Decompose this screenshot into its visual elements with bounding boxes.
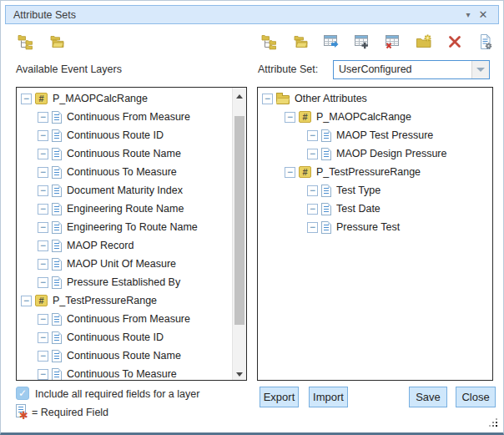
tree-node-p-testpressurerange[interactable]: −#P_TestPressureRange bbox=[17, 291, 232, 310]
open-folder-icon[interactable] bbox=[290, 32, 310, 52]
remove-table-icon[interactable] bbox=[383, 32, 402, 52]
collapse-toggle[interactable]: − bbox=[38, 240, 48, 251]
tree-node-maop-design-pressure[interactable]: −MAOP Design Pressure bbox=[258, 144, 492, 163]
tree-node-test-type[interactable]: −Test Type bbox=[258, 181, 492, 200]
tree-node-continuous-from-measure[interactable]: −Continuous From Measure bbox=[17, 108, 232, 126]
collapse-toggle[interactable]: − bbox=[38, 185, 48, 196]
include-required-fields-checkbox[interactable]: ✓ bbox=[16, 387, 29, 400]
tree-node-continuous-route-id[interactable]: −Continuous Route ID bbox=[17, 126, 232, 144]
collapse-toggle[interactable]: − bbox=[38, 222, 48, 233]
collapse-toggle[interactable]: − bbox=[38, 167, 48, 178]
required-asterisk-icon: ✱ bbox=[19, 409, 28, 422]
tree-node-label: Continuous From Measure bbox=[67, 313, 190, 325]
collapse-toggle[interactable]: − bbox=[21, 94, 32, 104]
tree-node-continuous-route-id[interactable]: −Continuous Route ID bbox=[17, 328, 232, 346]
scroll-up-icon[interactable] bbox=[233, 88, 246, 100]
expand-layers-icon[interactable] bbox=[16, 32, 35, 52]
scroll-down-icon[interactable] bbox=[233, 367, 246, 380]
tree-node-document-maturity-index[interactable]: −Document Maturity Index bbox=[17, 181, 232, 200]
tree-node-label: Test Date bbox=[336, 203, 381, 215]
save-button[interactable]: Save bbox=[409, 387, 447, 407]
tree-node-label: Continuous Route ID bbox=[67, 129, 164, 141]
resize-grip[interactable] bbox=[489, 418, 499, 428]
field-icon bbox=[52, 221, 62, 234]
field-icon bbox=[52, 313, 62, 326]
collapse-toggle[interactable]: − bbox=[307, 149, 318, 159]
tree-node-continuous-from-measure[interactable]: −Continuous From Measure bbox=[17, 310, 232, 328]
tree-node-label: Continuous To Measure bbox=[67, 166, 177, 178]
collapse-toggle[interactable]: − bbox=[38, 332, 48, 343]
layer-icon: # bbox=[299, 111, 311, 123]
tree-node-label: Pressure Established By bbox=[67, 276, 180, 288]
tree-node-engineering-to-route-name[interactable]: −Engineering To Route Name bbox=[17, 218, 232, 236]
collapse-toggle[interactable]: − bbox=[307, 222, 318, 233]
field-icon bbox=[321, 148, 331, 160]
field-icon bbox=[52, 185, 62, 197]
field-icon bbox=[52, 148, 62, 160]
field-icon bbox=[321, 129, 331, 142]
collapse-toggle[interactable]: − bbox=[262, 94, 273, 104]
report-settings-icon[interactable] bbox=[476, 32, 495, 52]
attribute-set-dropdown[interactable]: UserConfigured bbox=[333, 60, 490, 79]
delete-icon[interactable] bbox=[445, 32, 464, 52]
collapse-toggle[interactable]: − bbox=[38, 277, 48, 288]
attribute-sets-dialog: Attribute Sets ▾ ✕ bbox=[0, 0, 504, 435]
include-required-fields-label: Include all required fields for a layer bbox=[35, 388, 199, 400]
tree-node-test-date[interactable]: −Test Date bbox=[258, 200, 492, 218]
tree-node-pressure-established-by[interactable]: −Pressure Established By bbox=[17, 273, 232, 291]
tree-node-continuous-to-measure[interactable]: −Continuous To Measure bbox=[17, 365, 232, 381]
import-button[interactable]: Import bbox=[309, 387, 348, 407]
tree-node-maop-unit-of-measure[interactable]: −MAOP Unit Of Measure bbox=[17, 255, 232, 273]
tree-node-label: P_MAOPCalcRange bbox=[316, 111, 411, 123]
collapse-toggle[interactable]: − bbox=[38, 369, 48, 380]
tree-node-continuous-route-name[interactable]: −Continuous Route Name bbox=[17, 346, 232, 365]
field-icon bbox=[321, 221, 331, 234]
open-folder-icon[interactable] bbox=[47, 32, 66, 52]
field-icon bbox=[52, 331, 62, 344]
field-icon bbox=[52, 368, 62, 381]
collapse-toggle[interactable]: − bbox=[38, 112, 48, 123]
collapse-toggle[interactable]: − bbox=[285, 112, 295, 123]
tree-node-maop-record[interactable]: −MAOP Record bbox=[17, 236, 232, 255]
collapse-dialog-icon[interactable]: ▾ bbox=[461, 6, 476, 23]
collapse-toggle[interactable]: − bbox=[38, 149, 48, 159]
tree-node-label: Continuous Route ID bbox=[67, 331, 164, 343]
tree-node-other-attributes[interactable]: −Other Attributes bbox=[258, 89, 492, 108]
collapse-toggle[interactable]: − bbox=[38, 204, 48, 215]
export-table-icon[interactable] bbox=[321, 32, 340, 52]
collapse-toggle[interactable]: − bbox=[285, 167, 295, 178]
attribute-set-label: Attribute Set: bbox=[258, 63, 318, 75]
scrollbar-thumb[interactable] bbox=[234, 116, 244, 325]
close-button[interactable]: Close bbox=[456, 387, 496, 407]
attribute-set-tree: −Other Attributes−#P_MAOPCalcRange−MAOP … bbox=[258, 89, 492, 236]
vertical-scrollbar[interactable] bbox=[232, 88, 246, 380]
tree-node-p-maopcalcrange[interactable]: −#P_MAOPCalcRange bbox=[258, 108, 492, 126]
tree-node-p-testpressurerange[interactable]: −#P_TestPressureRange bbox=[258, 163, 492, 181]
tree-node-maop-test-pressure[interactable]: −MAOP Test Pressure bbox=[258, 126, 492, 144]
collapse-toggle[interactable]: − bbox=[38, 314, 48, 325]
export-button[interactable]: Export bbox=[260, 387, 299, 407]
field-icon bbox=[52, 203, 62, 215]
collapse-toggle[interactable]: − bbox=[38, 130, 48, 141]
new-attribute-set-folder-icon[interactable] bbox=[414, 32, 433, 52]
tree-node-pressure-test[interactable]: −Pressure Test bbox=[258, 218, 492, 236]
field-icon bbox=[52, 166, 62, 179]
collapse-toggle[interactable]: − bbox=[307, 204, 318, 215]
collapse-toggle[interactable]: − bbox=[21, 296, 32, 306]
collapse-toggle[interactable]: − bbox=[38, 351, 48, 362]
chevron-down-icon[interactable] bbox=[471, 61, 489, 78]
collapse-toggle[interactable]: − bbox=[38, 259, 48, 270]
collapse-toggle[interactable]: − bbox=[307, 130, 318, 141]
tree-node-label: MAOP Record bbox=[67, 240, 134, 251]
close-icon[interactable]: ✕ bbox=[476, 6, 491, 23]
tree-node-engineering-route-name[interactable]: −Engineering Route Name bbox=[17, 200, 232, 218]
tree-node-continuous-to-measure[interactable]: −Continuous To Measure bbox=[17, 163, 232, 181]
tree-node-label: Pressure Test bbox=[336, 221, 400, 233]
expand-layers-icon[interactable] bbox=[260, 32, 279, 52]
field-icon bbox=[52, 240, 62, 252]
collapse-toggle[interactable]: − bbox=[307, 185, 318, 196]
tree-node-p-maopcalcrange[interactable]: −#P_MAOPCalcRange bbox=[17, 89, 232, 108]
dialog-title: Attribute Sets bbox=[13, 9, 461, 21]
tree-node-continuous-route-name[interactable]: −Continuous Route Name bbox=[17, 144, 232, 163]
add-table-icon[interactable] bbox=[352, 32, 371, 52]
